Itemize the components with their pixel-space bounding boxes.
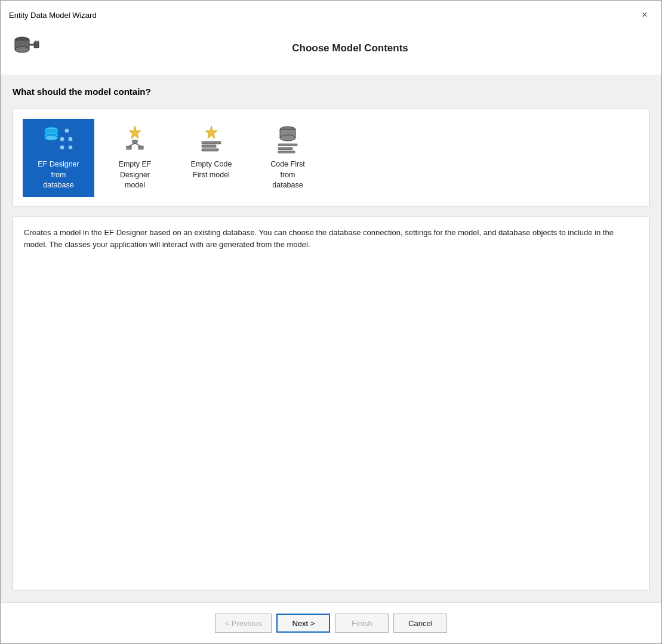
empty-code-first-label: Empty CodeFirst model — [191, 159, 232, 180]
svg-point-14 — [60, 145, 64, 150]
model-question: What should the model contain? — [13, 87, 649, 99]
svg-line-17 — [67, 133, 70, 137]
model-option-empty-code-first[interactable]: Empty CodeFirst model — [175, 119, 247, 197]
empty-ef-label: Empty EFDesignermodel — [119, 159, 152, 191]
cancel-button[interactable]: Cancel — [393, 614, 447, 633]
svg-point-32 — [280, 135, 295, 141]
svg-rect-5 — [35, 41, 36, 43]
svg-rect-33 — [278, 144, 297, 146]
svg-rect-34 — [278, 147, 292, 150]
header-icon — [13, 34, 41, 63]
svg-line-24 — [129, 143, 135, 146]
svg-line-16 — [62, 133, 67, 137]
dialog-title: Entity Data Model Wizard — [9, 11, 97, 20]
empty-code-first-icon — [196, 125, 227, 156]
svg-rect-28 — [202, 145, 216, 147]
model-option-empty-ef[interactable]: Empty EFDesignermodel — [99, 119, 171, 197]
svg-point-13 — [68, 137, 73, 141]
svg-rect-23 — [138, 146, 143, 149]
ef-designer-db-label: EF Designerfromdatabase — [38, 159, 79, 191]
svg-rect-21 — [133, 140, 137, 143]
svg-rect-27 — [202, 141, 221, 144]
code-first-db-icon — [272, 125, 303, 156]
description-text: Creates a model in the EF Designer based… — [24, 227, 638, 252]
close-button[interactable]: × — [636, 7, 653, 23]
empty-ef-icon — [119, 125, 150, 156]
svg-marker-20 — [129, 126, 141, 138]
svg-point-9 — [45, 135, 58, 140]
svg-rect-29 — [202, 149, 218, 151]
main-content: What should the model contain? — [1, 75, 661, 602]
ef-designer-db-icon — [43, 125, 74, 156]
description-box: Creates a model in the EF Designer based… — [13, 217, 649, 591]
svg-rect-6 — [38, 41, 39, 43]
svg-point-11 — [64, 128, 69, 133]
title-bar: Entity Data Model Wizard × — [1, 1, 661, 28]
finish-button[interactable]: Finish — [335, 614, 389, 633]
svg-point-2 — [15, 47, 29, 53]
code-first-db-label: Code Firstfromdatabase — [270, 159, 305, 191]
dialog-window: Entity Data Model Wizard × Choose Model … — [0, 0, 662, 644]
footer: < Previous Next > Finish Cancel — [1, 602, 661, 643]
svg-line-25 — [135, 143, 141, 146]
model-selection-box: EF Designerfromdatabase Em — [13, 109, 649, 207]
previous-button[interactable]: < Previous — [215, 614, 272, 633]
svg-rect-22 — [127, 146, 131, 149]
page-title: Choose Model Contents — [51, 42, 649, 54]
model-option-ef-designer-db[interactable]: EF Designerfromdatabase — [23, 119, 94, 197]
svg-point-15 — [68, 145, 73, 150]
svg-marker-26 — [205, 126, 217, 138]
next-button[interactable]: Next > — [276, 614, 330, 633]
model-option-code-first-db[interactable]: Code Firstfromdatabase — [252, 119, 324, 197]
header-section: Choose Model Contents — [1, 28, 661, 75]
question-label: What should the model contain? — [13, 87, 649, 97]
svg-point-12 — [60, 137, 64, 141]
svg-rect-35 — [278, 151, 295, 153]
